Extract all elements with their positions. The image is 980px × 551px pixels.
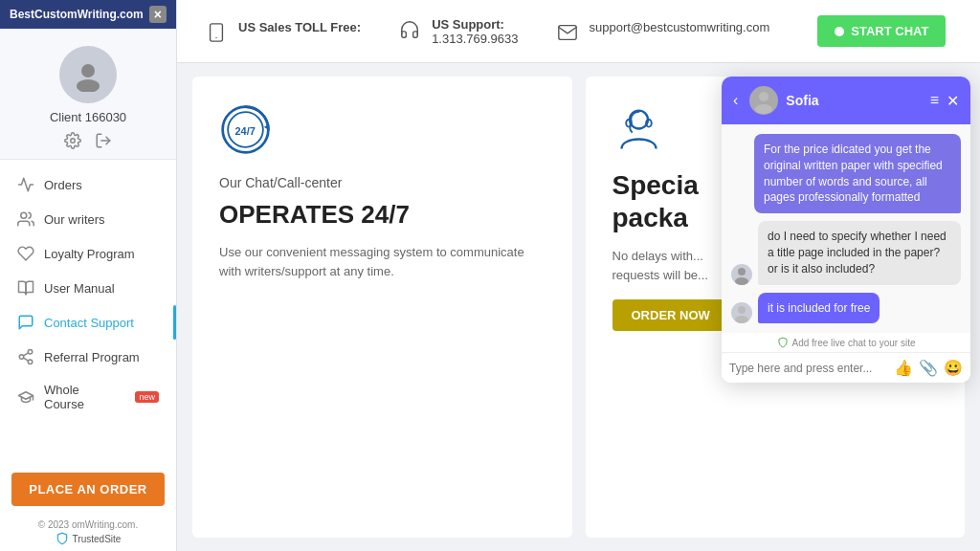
chat-input-row: 👍 📎 😀 [722,352,970,383]
chat-attachment-icon[interactable]: 📎 [919,359,938,377]
sidebar-item-user-manual[interactable]: User Manual [0,271,176,305]
svg-point-24 [735,316,748,323]
graduate-icon [17,388,34,406]
svg-point-20 [755,104,772,114]
client-name: Client 166030 [50,110,126,124]
book-icon [17,279,34,297]
svg-line-8 [23,358,28,361]
new-badge: new [135,391,159,403]
support-info: US Support: 1.313.769.9633 [399,17,518,46]
brand-label: BestCustomWriting.com [10,8,144,21]
sidebar-item-contact-support[interactable]: Contact Support [0,305,176,340]
avatar [59,46,117,103]
clock-24-7-icon: 24/7 [219,103,546,160]
sidebar-item-label: User Manual [44,281,115,296]
sidebar: BestCustomWriting.com × Client 166030 Or… [0,0,177,551]
avatar-area: Client 166030 [0,29,176,160]
sidebar-item-whole-course[interactable]: Whole Course new [0,374,176,420]
sidebar-item-label: Contact Support [44,316,134,330]
svg-point-19 [759,92,768,101]
people-icon [17,210,34,228]
sidebar-item-label: Whole Course [44,383,122,411]
svg-point-22 [735,277,748,285]
sidebar-footer: © 2023 omWriting.com. [0,516,176,532]
chat-message-3: it is included for free [758,293,880,324]
start-chat-button[interactable]: START CHAT [817,15,946,47]
svg-point-1 [77,79,100,92]
sidebar-header: BestCustomWriting.com × [0,0,176,29]
svg-point-0 [81,64,95,77]
chat-input-icons: 👍 📎 😀 [894,359,963,377]
chat-user-avatar-small [731,264,752,285]
svg-point-21 [738,268,746,276]
chat-header: ‹ Sofia ≡ ✕ [722,77,970,124]
svg-point-4 [21,212,27,218]
chat-input[interactable] [729,362,888,375]
main-content: US Sales TOLL Free: US Support: 1.313.76… [177,0,980,551]
share-icon [17,348,34,365]
svg-line-9 [23,353,28,356]
sales-info: US Sales TOLL Free: [206,20,361,43]
phone-icon [206,22,227,43]
chat-back-button[interactable]: ‹ [733,92,738,109]
settings-icon[interactable] [64,132,81,149]
svg-point-2 [71,139,76,143]
sidebar-item-orders[interactable]: Orders [0,167,176,202]
chat-close-icon[interactable]: ✕ [947,92,959,110]
chat-messages: For the price idicated you get the origi… [722,124,970,333]
logout-icon[interactable] [95,132,112,149]
email-info: support@bestcustomwriting.com [557,20,770,43]
chat-widget: ‹ Sofia ≡ ✕ For the price idicated you g… [722,77,970,383]
chart-icon [17,176,34,193]
chat-message-3-row: it is included for free [731,293,961,324]
svg-text:24/7: 24/7 [235,125,256,137]
trusted-site: TrustedSite [56,532,122,551]
chat-thumbs-up-icon[interactable]: 👍 [894,359,913,377]
chat-card-title: OPERATES 24/7 [219,200,546,230]
chat-card-subtitle: Our Chat/Call-center [219,175,546,190]
sidebar-item-our-writers[interactable]: Our writers [0,202,176,236]
sidebar-item-referral-program[interactable]: Referral Program [0,340,176,374]
chat-card: 24/7 Our Chat/Call-center OPERATES 24/7 … [192,77,572,538]
place-order-button[interactable]: PLACE AN ORDER [11,473,165,506]
heart-icon [17,245,34,262]
chat-message-2-row: do I need to specify whether I need a ti… [731,221,961,284]
svg-rect-10 [211,23,223,40]
support-label-text: US Support: 1.313.769.9633 [432,17,518,46]
chat-agent-avatar [749,86,778,115]
chat-card-text: Use our convenient messaging system to c… [219,243,546,280]
order-now-button[interactable]: ORDER NOW [612,299,729,331]
icon-row [64,132,112,149]
sidebar-item-label: Our writers [44,212,105,227]
chat-agent-name: Sofia [786,93,922,108]
chat-message-2: do I need to specify whether I need a ti… [758,221,961,284]
sidebar-item-label: Loyalty Program [44,247,135,261]
svg-point-23 [738,306,746,314]
chat-menu-icon[interactable]: ≡ [930,92,939,109]
nav-items: Orders Our writers Loyalty Program User … [0,160,176,465]
chat-footer-note: Add free live chat to your site [722,333,970,352]
chat-agent-avatar-small [731,302,752,323]
top-bar: US Sales TOLL Free: US Support: 1.313.76… [177,0,980,63]
sidebar-close-button[interactable]: × [149,6,167,23]
sidebar-item-label: Orders [44,178,82,192]
email-icon [557,22,578,43]
chat-leaf-icon [777,337,789,348]
chat-icon [17,314,34,331]
chat-emoji-icon[interactable]: 😀 [944,359,963,377]
chat-header-icons: ≡ ✕ [930,92,959,110]
email-text: support@bestcustomwriting.com [590,20,770,34]
sidebar-item-loyalty-program[interactable]: Loyalty Program [0,236,176,271]
sales-label-text: US Sales TOLL Free: [238,20,361,34]
trusted-icon [56,532,69,545]
headset-icon [399,19,420,40]
chat-message-1: For the price idicated you get the origi… [754,134,961,213]
sidebar-item-label: Referral Program [44,350,140,364]
